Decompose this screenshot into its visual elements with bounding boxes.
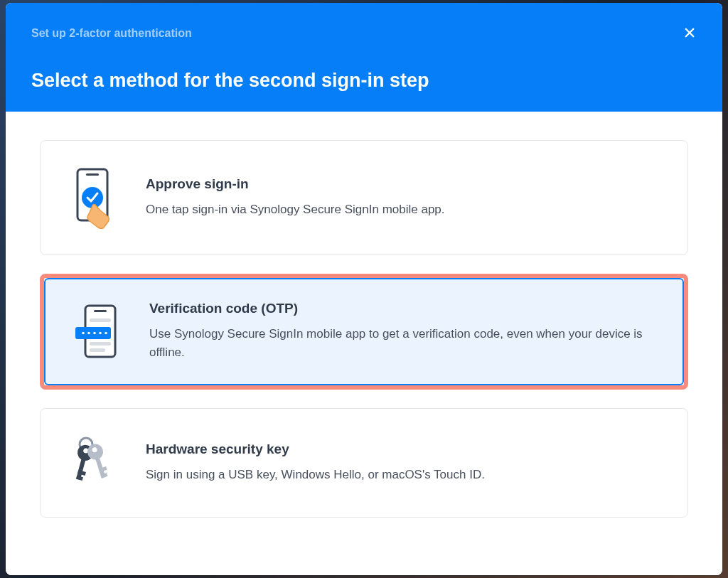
svg-point-12 — [99, 332, 102, 335]
svg-point-11 — [93, 332, 96, 335]
svg-rect-19 — [76, 476, 83, 481]
svg-rect-4 — [94, 310, 107, 312]
option-description: Use Synology Secure SignIn mobile app to… — [149, 325, 663, 363]
dialog-body: Approve sign-in One tap sign-in via Syno… — [6, 112, 722, 575]
svg-point-13 — [105, 332, 107, 335]
option-title: Verification code (OTP) — [149, 301, 663, 316]
verification-code-icon — [74, 303, 129, 360]
option-title: Approve sign-in — [146, 176, 666, 192]
option-title: Hardware security key — [146, 441, 666, 457]
svg-rect-7 — [90, 348, 105, 352]
option-description: Sign in using a USB key, Windows Hello, … — [146, 466, 666, 484]
hardware-key-icon — [70, 434, 126, 491]
option-hardware-key[interactable]: Hardware security key Sign in using a US… — [40, 408, 688, 518]
option-verification-code[interactable]: Verification code (OTP) Use Synology Sec… — [40, 274, 688, 390]
two-factor-setup-dialog: Set up 2-factor authentication Select a … — [6, 3, 722, 575]
svg-point-10 — [87, 332, 90, 335]
option-description: One tap sign-in via Synology Secure Sign… — [146, 200, 666, 219]
svg-point-9 — [82, 332, 85, 335]
close-button[interactable] — [680, 23, 700, 43]
option-approve-signin[interactable]: Approve sign-in One tap sign-in via Syno… — [40, 140, 688, 255]
svg-rect-6 — [90, 342, 111, 346]
dialog-header-label: Set up 2-factor authentication — [31, 27, 697, 40]
close-icon — [683, 26, 696, 39]
dialog-title: Select a method for the second sign-in s… — [31, 70, 697, 92]
svg-rect-1 — [86, 173, 99, 176]
dialog-header: Set up 2-factor authentication Select a … — [6, 3, 722, 112]
svg-rect-5 — [90, 319, 111, 322]
approve-signin-icon — [70, 166, 126, 229]
